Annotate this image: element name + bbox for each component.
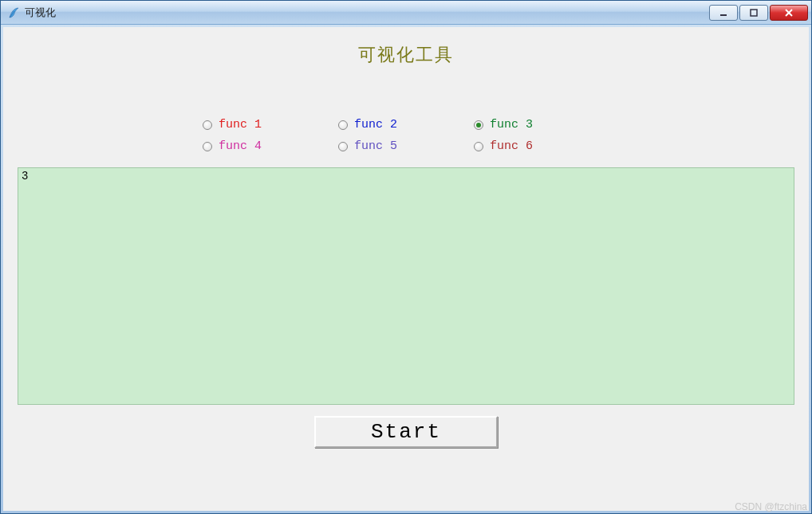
radio-group: func 1 func 2 func 3 func 4 func 5 <box>203 118 609 153</box>
radio-icon <box>203 142 212 151</box>
minimize-button[interactable] <box>709 5 738 21</box>
radio-func-1[interactable]: func 1 <box>203 118 338 131</box>
start-button-label: Start <box>371 420 441 444</box>
app-window: 可视化 可视化工具 func 1 <box>0 0 812 514</box>
radio-func-2[interactable]: func 2 <box>338 118 474 131</box>
svg-rect-0 <box>720 14 727 16</box>
radio-label: func 6 <box>490 139 533 153</box>
radio-label: func 4 <box>219 139 262 153</box>
page-title: 可视化工具 <box>3 27 809 75</box>
output-text: 3 <box>22 170 28 182</box>
radio-label: func 2 <box>354 118 397 131</box>
radio-label: func 3 <box>490 118 533 131</box>
titlebar[interactable]: 可视化 <box>1 1 811 25</box>
client-area: 可视化工具 func 1 func 2 func 3 func 4 <box>1 25 811 513</box>
svg-rect-1 <box>751 10 757 16</box>
start-button[interactable]: Start <box>314 416 498 448</box>
feather-icon <box>7 6 20 19</box>
radio-func-6[interactable]: func 6 <box>474 139 609 153</box>
button-row: Start <box>3 411 809 451</box>
maximize-icon <box>749 8 759 18</box>
radio-func-5[interactable]: func 5 <box>338 139 474 153</box>
radio-label: func 1 <box>219 118 262 131</box>
minimize-icon <box>719 8 728 18</box>
radio-icon <box>474 142 483 151</box>
radio-func-4[interactable]: func 4 <box>203 139 338 153</box>
client-scroll[interactable]: 可视化工具 func 1 func 2 func 3 func 4 <box>3 27 809 511</box>
close-icon <box>783 8 794 18</box>
maximize-button[interactable] <box>739 5 768 21</box>
output-textarea[interactable]: 3 <box>18 167 794 405</box>
radio-icon <box>474 120 483 130</box>
radio-icon <box>338 142 348 151</box>
window-controls <box>709 5 808 21</box>
radio-icon <box>338 120 348 130</box>
radio-label: func 5 <box>354 139 397 153</box>
close-button[interactable] <box>770 5 808 21</box>
window-title: 可视化 <box>25 6 709 20</box>
radio-func-3[interactable]: func 3 <box>474 118 609 131</box>
radio-icon <box>203 120 212 130</box>
